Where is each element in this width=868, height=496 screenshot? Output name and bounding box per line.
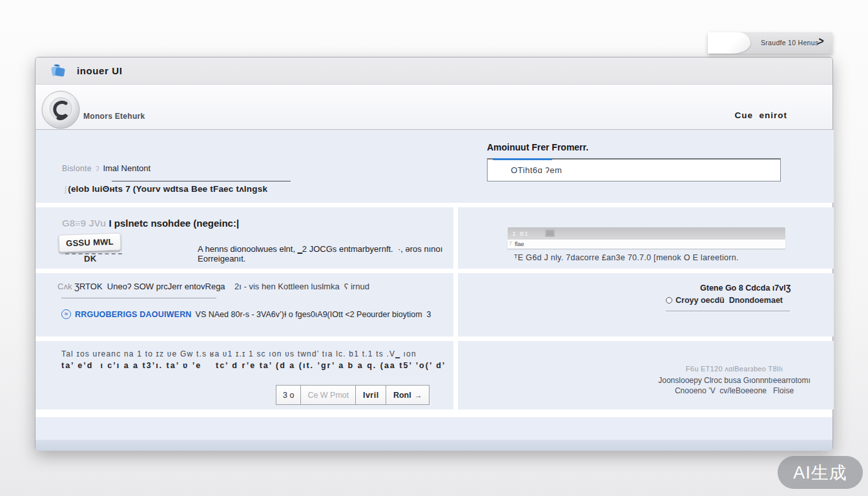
amount-input-value: OTiht6ɑ ʔem	[511, 160, 562, 181]
app-icon	[50, 63, 67, 79]
title-bar: inouer UI	[36, 57, 832, 85]
network-line-rest: 2ı - vis hen Kottleen luslmka ʕ irnud	[225, 282, 369, 291]
radio-icon[interactable]	[666, 297, 672, 304]
header-band: Monors Etehurk Cue enirot	[36, 85, 832, 130]
gssu-button[interactable]: GSSU MWL DK	[59, 232, 121, 252]
section-terms-card: Tal ɪos ureanc na 1 to ɪz ʋe Gw t.s ʁa ʋ…	[36, 341, 453, 409]
progress-bar-text: ɪ ɐɪ	[513, 229, 529, 237]
section-about-card: F6u ET120 ʌɑlBearɜbeo T8Ilı Joonslooepy …	[458, 341, 834, 409]
section-progress-card: ɪ ɐɪ 7 flae ᵀE G6d J nly. 7dacorre £an3e…	[458, 207, 834, 269]
profile-caption: ʃ(elob luiʘʜts 7 (Yourv wdtsa Bee tFaec …	[65, 184, 267, 194]
logo-orb	[41, 90, 81, 130]
profile-label-row: BislonteʔImal Nentont	[62, 163, 150, 173]
profile-field-underline	[112, 181, 291, 181]
section-install-card: G8≡9 JVu I pslnetc nsohdee (negeinc:| GS…	[36, 207, 453, 269]
back-button[interactable]: 3 o	[276, 385, 301, 405]
network-link[interactable]: RRGUOBERIGS DAOUIWERN	[75, 310, 192, 319]
profile-caption-text: (elob luiʘʜts 7 (Yourv wdtsa Bee tFaec t…	[68, 184, 267, 194]
notification-flyout[interactable]: Sraudfe 10 Henus >	[708, 32, 832, 54]
terms-line-2: ta’ e’d ı c’ı a a t3’ı. ta’ ʋ ’e tc’ d r…	[61, 361, 449, 370]
about-line-3: Cnooeno ’V cv/leBoeeone Floise	[637, 386, 831, 395]
network-line: Cʌk ƷRTOK Uneoʔ SOW prcJerr entovRega 2ı…	[57, 282, 369, 291]
footer-band	[36, 417, 832, 440]
about-line-2: Joonslooepy Clroc busa Gıonnntıeearrotom…	[637, 376, 831, 385]
ai-watermark-badge: AI生成	[778, 456, 863, 489]
progress-bar-icon	[545, 229, 555, 237]
options-radio-row[interactable]: Croyy oecdü Dnondoemaet	[666, 296, 783, 305]
next-button[interactable]: Ronl →	[386, 385, 429, 405]
gssu-dashed-underline	[65, 253, 122, 254]
about-line-1: F6u ET120 ʌɑlBearɜbeo T8Ilı	[637, 365, 831, 373]
network-link-row[interactable]: ≈ RRGUOBERIGS DAOUIWERN VS NAed 80r-s - …	[61, 309, 431, 319]
progress-input[interactable]: 7 flae	[508, 240, 785, 249]
footer-status-strip	[36, 440, 832, 451]
network-underline	[61, 298, 216, 298]
progress-input-value: flae	[515, 240, 524, 249]
about-text-block: F6u ET120 ʌɑlBearɜbeo T8Ilı Joonslooepy …	[637, 365, 831, 395]
amount-input[interactable]: OTiht6ɑ ʔem	[487, 158, 781, 181]
header-subtitle: Monors Etehurk	[83, 112, 145, 121]
section-options-card: Gtene Go 8 Cdcda ı7vlƷ Croyy oecdü Dnond…	[458, 273, 834, 336]
profile-label-main: Imal Nentont	[103, 163, 150, 173]
next-button-label: Ronl	[393, 391, 411, 400]
confirm-button[interactable]: Ivril	[355, 385, 386, 405]
options-divider	[666, 311, 790, 311]
app-window: inouer UI Monors Etehurk	[35, 57, 833, 451]
arrow-right-icon: →	[415, 391, 422, 400]
footer-button-group: 3 o Ce W Pmot Ivril Ronl →	[276, 385, 429, 405]
amount-field-label: Amoinuut Frer Fromerr.	[487, 142, 588, 152]
options-title: Gtene Go 8 Cdcda ı7vlƷ	[700, 284, 790, 293]
chevron-right-icon[interactable]: >	[815, 35, 825, 48]
network-link-description: VS NAed 80r-s - 3VA6v’)Ɨ o fges0ıA9(IOtt…	[196, 310, 431, 319]
disabled-middle-button[interactable]: Ce W Pmot	[300, 385, 356, 405]
terms-line-1: Tal ɪos ureanc na 1 to ɪz ʋe Gw t.s ʁa ʋ…	[61, 349, 449, 358]
profile-label-muted: Bislonte	[62, 164, 92, 173]
section-network-card: Cʌk ƷRTOK Uneoʔ SOW prcJerr entovRega 2ı…	[36, 273, 453, 336]
slash-separator-icon: ʔ	[92, 165, 103, 172]
progress-input-marker: 7	[509, 240, 512, 247]
section-profile-card: BislonteʔImal Nentont ʃ(elob luiʘʜts 7 (…	[36, 130, 834, 203]
install-title-main: I pslnetc nsohdee (negeinc:|	[108, 218, 239, 229]
network-line-main: ƷRTOK Uneoʔ SOW prcJerr entovRega	[74, 282, 225, 291]
progress-bar: ɪ ɐɪ	[508, 227, 785, 240]
window-title: inouer UI	[77, 57, 122, 85]
flyout-curl-decoration	[708, 32, 750, 54]
options-radio-label: Croyy oecdü Dnondoemaet	[676, 296, 783, 305]
install-title-prefix: G8≡9 JVu	[62, 218, 108, 229]
install-description: A henns dionoolwues elnt, ‗2 JOCGs entma…	[198, 244, 453, 264]
info-circle-icon: ≈	[61, 309, 71, 319]
flyout-label: Sraudfe 10 Henus	[761, 39, 818, 46]
network-line-prefix: Cʌk	[57, 282, 74, 291]
progress-caption: ᵀE G6d J nly. 7dacorre £an3e 70.7.0 [men…	[514, 253, 739, 262]
header-action-link[interactable]: Cue enirot	[734, 110, 787, 120]
install-title: G8≡9 JVu I pslnetc nsohdee (negeinc:|	[62, 218, 239, 229]
